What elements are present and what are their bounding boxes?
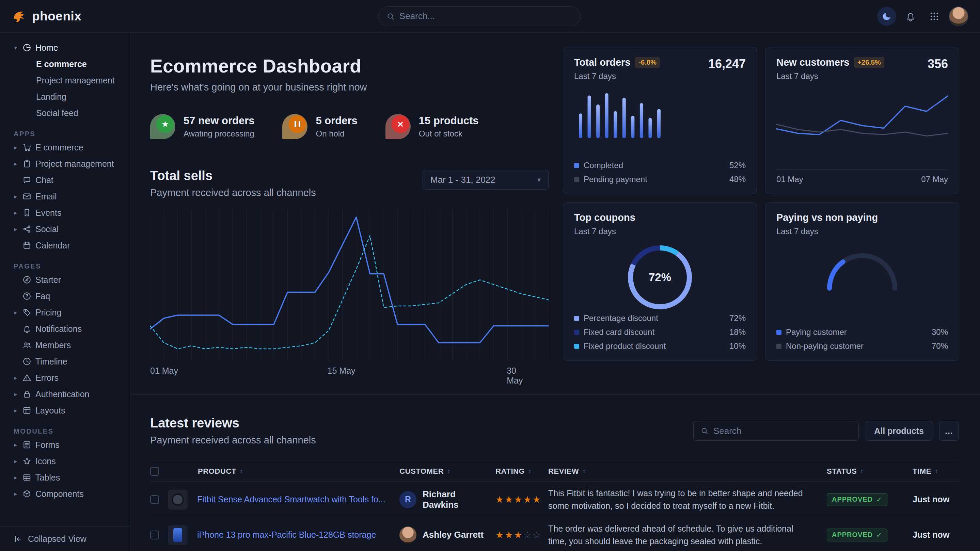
- select-all-checkbox[interactable]: [150, 467, 159, 476]
- stat-label: Out of stock: [419, 129, 479, 138]
- column-header-status[interactable]: STATUS ↕: [827, 467, 905, 476]
- bell-icon: [905, 11, 916, 21]
- legend-swatch: [574, 177, 579, 182]
- card-period: Last 7 days: [776, 227, 948, 236]
- close-icon: ×: [391, 115, 409, 133]
- product-thumbnail-iphone: [168, 525, 188, 545]
- apps-grid-button[interactable]: [925, 7, 944, 26]
- reviews-search[interactable]: [693, 421, 859, 441]
- row-checkbox[interactable]: [150, 530, 159, 540]
- lock-icon: [22, 390, 31, 399]
- chevron-down-icon: ▾: [13, 44, 18, 51]
- sidebar-item-authentication[interactable]: ▸ Authentication: [13, 386, 124, 402]
- stat-out-of-stock: × 15 products Out of stock: [385, 114, 479, 139]
- main-content: Ecommerce Dashboard Here's what's going …: [130, 33, 980, 551]
- sidebar-item-calendar[interactable]: Calendar: [13, 237, 124, 254]
- total-sells-subtitle: Payment received across all channels: [150, 187, 316, 198]
- star-badge-icon: ★: [156, 115, 174, 133]
- sidebar-item-project-management[interactable]: Project management: [13, 72, 124, 89]
- product-link[interactable]: Fitbit Sense Advanced Smartwatch with To…: [197, 494, 385, 505]
- sidebar-item-label: Calendar: [35, 241, 70, 251]
- sidebar-item-notifications[interactable]: Notifications: [13, 321, 124, 337]
- sidebar-item-social-feed[interactable]: Social feed: [13, 105, 124, 121]
- user-avatar[interactable]: [949, 6, 969, 26]
- stat-value: 5 orders: [316, 115, 357, 127]
- date-range-select[interactable]: Mar 1 - 31, 2022 ▾: [423, 170, 549, 190]
- row-checkbox[interactable]: [150, 495, 159, 504]
- card-title: Top coupons: [574, 212, 746, 223]
- status-badge: APPROVED✓: [827, 529, 888, 541]
- calendar-icon: [22, 241, 31, 250]
- global-search[interactable]: [378, 6, 581, 26]
- sidebar-item-social[interactable]: ▸ Social: [13, 221, 124, 237]
- brand[interactable]: phoenix: [11, 8, 81, 24]
- sidebar-item-tables[interactable]: ▸ Tables: [13, 469, 124, 486]
- sidebar-section-apps: APPS: [14, 130, 124, 138]
- card-title: New customers: [776, 57, 849, 68]
- x-axis-label: 15 May: [328, 366, 355, 376]
- sidebar-item-landing[interactable]: Landing: [13, 89, 124, 105]
- sidebar-item-layouts[interactable]: ▸ Layouts: [13, 402, 124, 419]
- legend-value: 18%: [729, 327, 746, 337]
- table-icon: [22, 473, 31, 482]
- sidebar-item-icons[interactable]: ▸ Icons: [13, 453, 124, 469]
- column-header-review[interactable]: REVIEW ↕: [544, 467, 827, 476]
- legend-value: 72%: [729, 313, 746, 323]
- column-header-product[interactable]: PRODUCT ↕: [168, 467, 389, 476]
- reviews-title: Latest reviews: [150, 416, 316, 430]
- legend-item: Pending payment 48%: [574, 175, 746, 184]
- moon-icon: [881, 11, 892, 21]
- chat-icon: [22, 176, 31, 184]
- sidebar-item-forms[interactable]: ▸ Forms: [13, 437, 124, 453]
- chevron-right-icon: ▸: [13, 309, 18, 316]
- compass-icon: [22, 275, 31, 284]
- paying-gauge-chart: [826, 251, 898, 291]
- notifications-button[interactable]: [901, 7, 920, 26]
- sidebar-item-project-management-app[interactable]: ▸ Project management: [13, 156, 124, 172]
- clipboard-icon: [22, 159, 31, 168]
- collapse-sidebar-button[interactable]: Collapsed View: [0, 527, 130, 551]
- sidebar-item-members[interactable]: Members: [13, 337, 124, 353]
- stat-value: 57 new orders: [183, 115, 255, 127]
- sidebar-item-faq[interactable]: Faq: [13, 288, 124, 304]
- navbar-actions: [877, 6, 969, 26]
- dark-mode-toggle[interactable]: [877, 7, 896, 26]
- rating-stars: ★★★☆☆: [488, 530, 544, 540]
- sidebar-item-label: E commerce: [35, 143, 83, 152]
- product-link[interactable]: iPhone 13 pro max-Pacific Blue-128GB sto…: [197, 529, 376, 540]
- more-options-button[interactable]: ...: [939, 421, 959, 441]
- column-header-rating[interactable]: RATING ↕: [488, 467, 544, 476]
- sidebar-item-timeline[interactable]: Timeline: [13, 353, 124, 370]
- sidebar-item-events[interactable]: ▸ Events: [13, 205, 124, 221]
- sidebar-item-label: Home: [35, 43, 58, 53]
- legend-item: Non-paying customer 70%: [776, 341, 948, 351]
- all-products-button[interactable]: All products: [865, 421, 933, 441]
- avatar: R: [399, 491, 417, 508]
- sidebar-item-starter[interactable]: Starter: [13, 272, 124, 288]
- legend-swatch: [574, 330, 579, 335]
- sidebar-item-home[interactable]: ▾ Home: [13, 40, 124, 56]
- form-icon: [22, 440, 31, 449]
- x-axis-label: 07 May: [921, 175, 948, 184]
- reviews-search-input[interactable]: [713, 426, 852, 436]
- total-sells-chart: [150, 208, 549, 361]
- legend-label: Non-paying customer: [786, 341, 864, 351]
- column-header-time[interactable]: TIME ↕: [905, 467, 959, 476]
- legend-item: Fixed card discount 18%: [574, 327, 746, 337]
- sidebar-item-label: Notifications: [35, 324, 82, 334]
- legend-item: Paying customer 30%: [776, 327, 948, 337]
- column-header-customer[interactable]: CUSTOMER ↕: [389, 467, 488, 476]
- sidebar-item-pricing[interactable]: ▸ Pricing: [13, 304, 124, 321]
- sidebar-item-chat[interactable]: Chat: [13, 172, 124, 188]
- sidebar-item-email[interactable]: ▸ Email: [13, 188, 124, 205]
- chevron-right-icon: ▸: [13, 160, 18, 167]
- box-icon: [22, 489, 31, 498]
- status-badge: APPROVED✓: [827, 493, 888, 506]
- x-axis-label: 01 May: [776, 175, 803, 184]
- search-input[interactable]: [399, 11, 573, 21]
- sidebar-item-ecommerce-app[interactable]: ▸ E commerce: [13, 139, 124, 156]
- sidebar-item-components[interactable]: ▸ Components: [13, 486, 124, 502]
- sidebar-item-errors[interactable]: ▸ Errors: [13, 370, 124, 386]
- sidebar-item-ecommerce[interactable]: E commerce: [13, 56, 124, 72]
- legend-value: 52%: [729, 160, 746, 170]
